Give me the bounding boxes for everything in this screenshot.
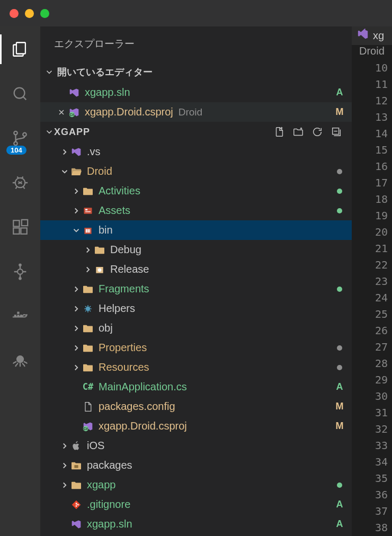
line-number: 30 xyxy=(352,388,392,405)
breadcrumb[interactable]: Droid xyxy=(352,46,392,57)
tree-item-label: MainApplication.cs xyxy=(99,381,333,393)
activity-docker[interactable] xyxy=(0,304,40,328)
svg-point-2 xyxy=(14,131,17,135)
tree-item[interactable]: Droid xyxy=(40,162,352,181)
chevron-right-icon xyxy=(71,284,82,294)
tree-item[interactable]: .gitignoreA xyxy=(40,495,352,514)
fullscreen-window-button[interactable] xyxy=(40,9,49,18)
line-number: 38 xyxy=(352,520,392,536)
open-editor-desc: Droid xyxy=(179,106,202,118)
svg-point-33 xyxy=(76,505,77,507)
svg-point-12 xyxy=(19,278,21,279)
tree-item[interactable]: C#MainApplication.csA xyxy=(40,377,352,397)
tree-item-label: Debug xyxy=(110,244,333,256)
activity-bar: 104 xyxy=(0,26,40,536)
line-number: 13 xyxy=(352,109,392,126)
gitlens-icon xyxy=(11,263,29,281)
tree-item-label: bin xyxy=(99,224,333,236)
chevron-right-icon xyxy=(59,441,70,451)
file-icon xyxy=(70,167,83,176)
svg-rect-8 xyxy=(21,228,26,234)
tree-item[interactable]: C#xgapp.Droid.csprojM xyxy=(40,416,352,436)
collapse-all-button[interactable] xyxy=(331,126,342,138)
line-number: 26 xyxy=(352,323,392,339)
open-editor-item[interactable]: xgapp.slnA xyxy=(40,83,352,102)
file-icon xyxy=(82,363,94,372)
line-number: 14 xyxy=(352,126,392,142)
svg-rect-22 xyxy=(85,209,87,210)
tree-item[interactable]: .vs xyxy=(40,142,352,162)
tree-item[interactable]: Properties xyxy=(40,338,352,358)
tree-item[interactable]: Release xyxy=(40,260,352,279)
line-number: 36 xyxy=(352,487,392,503)
tree-item[interactable]: bin xyxy=(40,220,352,240)
tree-item-label: Activities xyxy=(99,185,337,197)
git-status-badge: M xyxy=(333,421,346,432)
line-number: 20 xyxy=(352,224,392,240)
tree-item-label: xgapp.Droid.csproj xyxy=(99,420,333,432)
activity-debug[interactable] xyxy=(0,171,40,195)
git-status-badge: A xyxy=(333,499,346,510)
file-icon xyxy=(93,265,106,274)
tree-item-label: iOS xyxy=(87,440,333,452)
open-editors-header[interactable]: 開いているエディター xyxy=(40,61,352,83)
close-window-button[interactable] xyxy=(10,9,19,18)
file-icon xyxy=(70,441,83,451)
line-number: 18 xyxy=(352,191,392,208)
tree-item[interactable]: Resources xyxy=(40,358,352,377)
extensions-icon xyxy=(11,218,29,236)
tree-item[interactable]: iOS xyxy=(40,436,352,455)
octopus-icon xyxy=(11,352,29,370)
file-icon xyxy=(70,480,83,490)
branch-icon xyxy=(11,129,29,147)
line-number: 16 xyxy=(352,158,392,175)
editor-tab[interactable]: xg xyxy=(352,26,392,46)
open-editor-label: xgapp.sln xyxy=(85,86,333,99)
visualstudio-icon xyxy=(357,29,369,43)
project-header[interactable]: XGAPP xyxy=(40,122,352,142)
tree-item[interactable]: Assets xyxy=(40,201,352,220)
minimize-window-button[interactable] xyxy=(25,9,34,18)
chevron-down-icon xyxy=(71,226,82,235)
new-folder-button[interactable] xyxy=(292,126,304,138)
activity-explorer[interactable] xyxy=(0,37,40,61)
svg-rect-21 xyxy=(84,208,92,214)
git-status-dot xyxy=(337,483,342,488)
tree-item[interactable]: packages.configM xyxy=(40,397,352,416)
window-titlebar xyxy=(0,0,392,26)
svg-rect-24 xyxy=(86,229,87,233)
line-number: 23 xyxy=(352,273,392,290)
editor-area: xg Droid 1011121314151617181920212223242… xyxy=(352,26,392,536)
activity-search[interactable] xyxy=(0,82,40,106)
new-file-button[interactable] xyxy=(273,126,285,138)
line-number: 27 xyxy=(352,339,392,355)
tree-item[interactable]: Helpers xyxy=(40,299,352,318)
line-number: 21 xyxy=(352,240,392,257)
tree-item[interactable]: Activities xyxy=(40,181,352,201)
tree-item[interactable]: xgapp xyxy=(40,475,352,495)
line-number: 24 xyxy=(352,290,392,306)
svg-point-17 xyxy=(16,355,24,363)
activity-extensions[interactable] xyxy=(0,215,40,239)
svg-point-3 xyxy=(14,142,17,146)
refresh-button[interactable] xyxy=(311,126,323,138)
activity-other[interactable] xyxy=(0,349,40,373)
tree-item[interactable]: Fragments xyxy=(40,279,352,299)
line-number: 17 xyxy=(352,175,392,191)
tree-item[interactable]: obj xyxy=(40,318,352,338)
git-status-dot xyxy=(337,189,342,194)
tree-item[interactable]: Debug xyxy=(40,240,352,260)
chevron-right-icon xyxy=(71,206,82,216)
chevron-down-icon xyxy=(44,67,54,77)
activity-source-control[interactable]: 104 xyxy=(0,126,40,150)
file-icon xyxy=(93,245,106,255)
close-editor-button[interactable] xyxy=(55,108,68,117)
git-status-dot xyxy=(337,287,342,292)
open-editor-item[interactable]: C#xgapp.Droid.csprojDroidM xyxy=(40,102,352,122)
activity-gitlens[interactable] xyxy=(0,260,40,284)
editor-tab-label: xg xyxy=(373,30,384,42)
tree-item[interactable]: packages xyxy=(40,455,352,475)
tree-item[interactable]: xgapp.slnA xyxy=(40,514,352,534)
git-status-badge: A xyxy=(333,519,346,530)
file-icon xyxy=(82,343,94,353)
